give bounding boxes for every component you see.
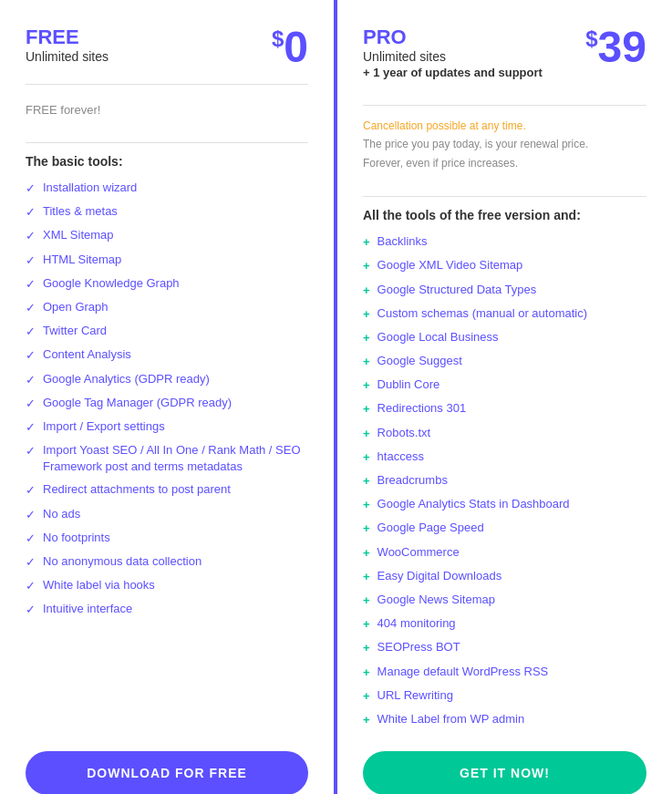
plus-icon: +: [363, 569, 370, 585]
feature-text: Breadcrumbs: [377, 472, 448, 489]
check-icon: ✓: [26, 276, 36, 293]
cancellation-line2: The price you pay today, is your renewal…: [363, 135, 646, 153]
feature-text: Open Graph: [43, 299, 109, 315]
feature-text: No anonymous data collection: [43, 553, 202, 570]
list-item: ✓Google Tag Manager (GDPR ready): [26, 395, 308, 412]
free-cta-button[interactable]: DOWNLOAD FOR FREE: [26, 751, 308, 794]
pro-cta-button[interactable]: GET IT NOW!: [363, 751, 646, 794]
feature-text: WooCommerce: [377, 544, 460, 561]
list-item: +Google News Sitemap: [363, 592, 646, 609]
list-item: ✓No ads: [26, 506, 308, 523]
feature-text: XML Sitemap: [43, 227, 114, 243]
plus-icon: +: [363, 258, 370, 274]
list-item: +White Label from WP admin: [363, 711, 646, 728]
check-icon: ✓: [26, 324, 36, 340]
list-item: +Google Page Speed: [363, 520, 646, 537]
free-tagline: FREE forever!: [26, 103, 308, 117]
check-icon: ✓: [26, 253, 36, 269]
feature-text: Easy Digital Downloads: [377, 568, 502, 584]
feature-text: 404 monitoring: [377, 615, 456, 632]
feature-text: URL Rewriting: [377, 687, 453, 704]
feature-text: Google Tag Manager (GDPR ready): [43, 395, 232, 411]
feature-text: White label via hooks: [43, 577, 155, 593]
plus-icon: +: [363, 688, 370, 705]
feature-text: Content Analysis: [43, 346, 131, 363]
feature-text: Google Suggest: [377, 353, 462, 369]
pro-divider-top: [363, 105, 646, 106]
feature-text: Backlinks: [377, 233, 428, 250]
pricing-wrapper: FREE Unlimited sites $0 FREE forever! Th…: [0, 0, 672, 794]
feature-text: htaccess: [377, 449, 424, 465]
check-icon: ✓: [26, 228, 36, 244]
free-feature-list: ✓Installation wizard✓Titles & metas✓XML …: [26, 180, 308, 735]
pro-price-symbol: $: [585, 26, 597, 51]
plus-icon: +: [363, 521, 370, 537]
list-item: +Manage default WordPress RSS: [363, 664, 646, 681]
check-icon: ✓: [26, 602, 36, 618]
list-item: +Google Structured Data Types: [363, 282, 646, 299]
feature-text: Google Analytics Stats in Dashboard: [377, 496, 570, 512]
feature-text: SEOPress BOT: [377, 639, 460, 655]
plus-icon: +: [363, 401, 370, 418]
feature-text: Import / Export settings: [43, 418, 165, 435]
list-item: ✓HTML Sitemap: [26, 252, 308, 269]
feature-text: Robots.txt: [377, 425, 431, 441]
check-icon: ✓: [26, 204, 36, 221]
feature-text: Google Local Business: [377, 329, 499, 345]
list-item: ✓XML Sitemap: [26, 227, 308, 244]
feature-text: Import Yoast SEO / All In One / Rank Mat…: [43, 442, 308, 475]
list-item: ✓White label via hooks: [26, 577, 308, 594]
plus-icon: +: [363, 449, 370, 466]
list-item: +URL Rewriting: [363, 687, 646, 705]
free-divider-top: [26, 84, 308, 85]
pro-feature-list: +Backlinks+Google XML Video Sitemap+Goog…: [363, 233, 646, 735]
plus-icon: +: [363, 473, 370, 490]
pro-plan-card: PRO Unlimited sites + 1 year of updates …: [337, 0, 672, 794]
list-item: ✓Open Graph: [26, 299, 308, 316]
free-plan-header: FREE Unlimited sites $0: [26, 26, 308, 69]
check-icon: ✓: [26, 300, 36, 316]
list-item: ✓Google Knowledge Graph: [26, 275, 308, 293]
plus-icon: +: [363, 497, 370, 513]
feature-text: Google Page Speed: [377, 520, 484, 536]
check-icon: ✓: [26, 443, 36, 459]
free-section-label: The basic tools:: [26, 154, 308, 169]
pro-plan-subtitle-extra: + 1 year of updates and support: [363, 66, 543, 79]
pro-plan-name: PRO: [363, 26, 543, 49]
free-divider-bottom: [26, 142, 308, 143]
plus-icon: +: [363, 593, 370, 609]
free-price-symbol: $: [272, 26, 284, 51]
cancellation-line3: Forever, even if price increases.: [363, 154, 646, 172]
list-item: +Easy Digital Downloads: [363, 568, 646, 585]
list-item: ✓No anonymous data collection: [26, 553, 308, 571]
list-item: ✓Import / Export settings: [26, 418, 308, 436]
check-icon: ✓: [26, 482, 36, 499]
plus-icon: +: [363, 426, 370, 442]
check-icon: ✓: [26, 554, 36, 571]
plus-icon: +: [363, 545, 370, 562]
list-item: +Redirections 301: [363, 400, 646, 418]
check-icon: ✓: [26, 347, 36, 364]
check-icon: ✓: [26, 507, 36, 523]
list-item: +WooCommerce: [363, 544, 646, 562]
plus-icon: +: [363, 306, 370, 323]
feature-text: Redirections 301: [377, 400, 467, 417]
list-item: +Google Suggest: [363, 353, 646, 370]
list-item: ✓Import Yoast SEO / All In One / Rank Ma…: [26, 442, 308, 475]
list-item: +404 monitoring: [363, 615, 646, 633]
list-item: ✓Google Analytics (GDPR ready): [26, 371, 308, 388]
list-item: +Google Analytics Stats in Dashboard: [363, 496, 646, 513]
list-item: ✓Intuitive interface: [26, 601, 308, 618]
plus-icon: +: [363, 712, 370, 728]
list-item: +Backlinks: [363, 233, 646, 251]
feature-text: Google Structured Data Types: [377, 282, 537, 298]
pro-divider-bottom: [363, 196, 646, 197]
cancellation-line1: Cancellation possible at any time.: [363, 117, 646, 135]
feature-text: No footprints: [43, 530, 110, 546]
list-item: +Breadcrumbs: [363, 472, 646, 490]
free-plan-title-group: FREE Unlimited sites: [26, 26, 109, 66]
feature-text: Google Analytics (GDPR ready): [43, 371, 210, 387]
feature-text: Redirect attachments to post parent: [43, 481, 231, 498]
list-item: +Dublin Core: [363, 376, 646, 394]
pro-section-label: All the tools of the free version and:: [363, 208, 646, 222]
